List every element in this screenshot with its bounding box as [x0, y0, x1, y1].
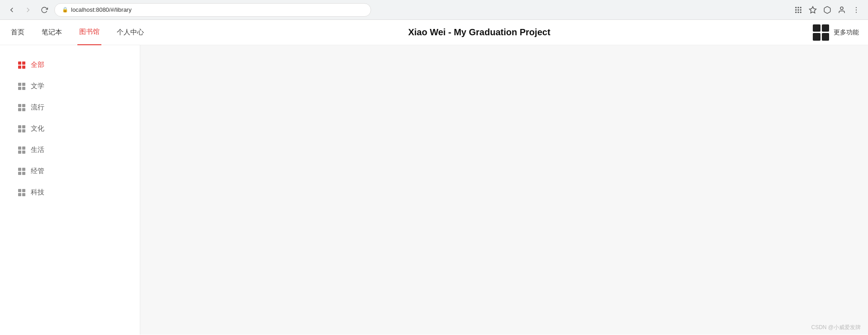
nav-item-home[interactable]: 首页: [9, 20, 26, 45]
app-container: 首页 笔记本 图书馆 个人中心 Xiao Wei - My Graduation…: [0, 20, 868, 335]
menu-button[interactable]: [850, 4, 863, 16]
life-grid-icon: [18, 146, 25, 154]
nav-right: 更多功能: [813, 24, 859, 41]
technology-grid-icon: [18, 189, 25, 196]
svg-point-10: [840, 7, 843, 9]
more-features-label[interactable]: 更多功能: [834, 28, 859, 37]
url-text: localhost:8080/#/library: [71, 6, 132, 13]
all-grid-icon: [18, 61, 25, 69]
browser-chrome: 🔒 localhost:8080/#/library: [0, 0, 868, 20]
svg-rect-1: [798, 7, 799, 8]
reload-button[interactable]: [38, 4, 51, 16]
sidebar-item-all[interactable]: 全部: [0, 54, 140, 75]
grid-cell-4: [822, 33, 830, 41]
lock-icon: 🔒: [62, 7, 68, 13]
extensions-button[interactable]: [821, 4, 834, 16]
sidebar-item-life[interactable]: 生活: [0, 139, 140, 160]
bookmark-star-button[interactable]: [806, 4, 819, 16]
svg-point-12: [856, 9, 857, 10]
back-button[interactable]: [5, 4, 18, 16]
sidebar-label-technology: 科技: [31, 188, 44, 197]
culture-grid-icon: [18, 125, 25, 132]
management-grid-icon: [18, 168, 25, 175]
nav-item-profile[interactable]: 个人中心: [115, 20, 146, 45]
svg-rect-5: [800, 9, 801, 10]
nav-center: Xiao Wei - My Graduation Project: [146, 27, 813, 38]
sidebar-item-literature[interactable]: 文学: [0, 75, 140, 97]
popular-grid-icon: [18, 104, 25, 111]
forward-button[interactable]: [22, 4, 34, 16]
sidebar-item-popular[interactable]: 流行: [0, 97, 140, 118]
sidebar-label-culture: 文化: [31, 124, 44, 133]
svg-rect-2: [800, 7, 801, 8]
top-nav: 首页 笔记本 图书馆 个人中心 Xiao Wei - My Graduation…: [0, 20, 868, 45]
svg-rect-3: [795, 9, 796, 10]
profile-button[interactable]: [835, 4, 848, 16]
sidebar-label-management: 经管: [31, 167, 44, 175]
sidebar-item-technology[interactable]: 科技: [0, 182, 140, 203]
sidebar-label-literature: 文学: [31, 82, 44, 90]
main-layout: 全部 文学 流行: [0, 45, 868, 335]
sidebar-label-popular: 流行: [31, 103, 44, 112]
svg-rect-6: [795, 11, 796, 13]
sidebar: 全部 文学 流行: [0, 45, 140, 335]
sidebar-label-all: 全部: [31, 61, 44, 69]
sidebar-item-culture[interactable]: 文化: [0, 118, 140, 139]
svg-rect-0: [795, 7, 796, 8]
svg-rect-7: [798, 11, 799, 13]
page-title: Xiao Wei - My Graduation Project: [408, 27, 550, 38]
sidebar-label-life: 生活: [31, 146, 44, 154]
literature-grid-icon: [18, 83, 25, 90]
browser-actions: [792, 4, 863, 16]
svg-point-13: [856, 12, 857, 13]
svg-rect-4: [798, 9, 799, 10]
nav-left: 首页 笔记本 图书馆 个人中心: [9, 20, 146, 45]
sidebar-item-management[interactable]: 经管: [0, 160, 140, 182]
grid-cell-3: [813, 33, 820, 41]
address-bar[interactable]: 🔒 localhost:8080/#/library: [54, 3, 371, 17]
grid-view-icon[interactable]: [813, 24, 829, 41]
svg-point-11: [856, 7, 857, 8]
footer-watermark: CSDN @小威爱发牌: [811, 324, 861, 331]
grid-cell-1: [813, 24, 820, 32]
watermark-text: CSDN @小威爱发牌: [811, 324, 861, 330]
svg-marker-9: [810, 6, 816, 13]
content-area: [140, 45, 868, 335]
svg-rect-8: [800, 11, 801, 13]
nav-item-library[interactable]: 图书馆: [77, 20, 101, 45]
grid-cell-2: [822, 24, 830, 32]
apps-button[interactable]: [792, 4, 805, 16]
nav-item-notebook[interactable]: 笔记本: [40, 20, 64, 45]
